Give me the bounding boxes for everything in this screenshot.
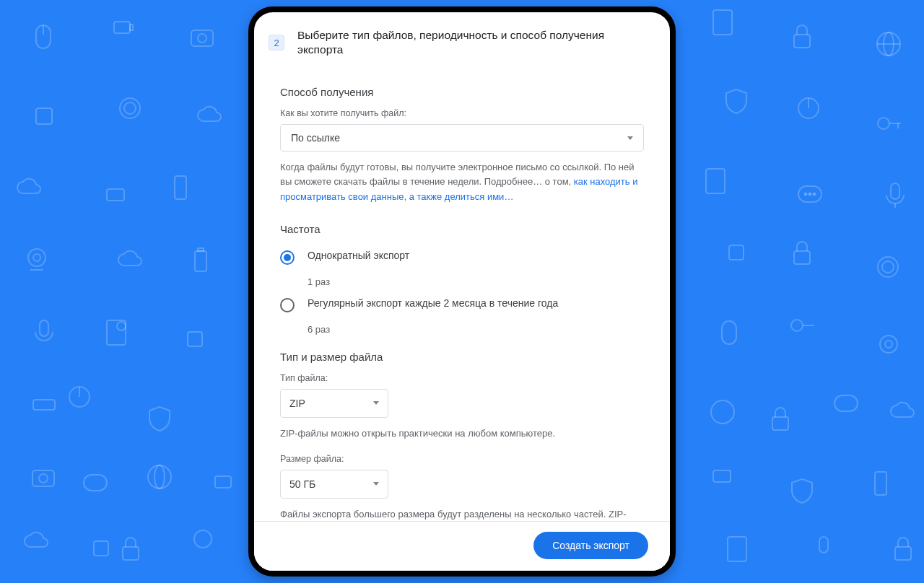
svg-point-16 [878, 118, 889, 129]
cloud-icon [22, 527, 52, 557]
svg-rect-26 [891, 183, 899, 199]
svg-rect-32 [729, 245, 744, 260]
svg-rect-33 [794, 251, 810, 264]
svg-rect-40 [722, 321, 736, 344]
svg-point-12 [124, 102, 136, 114]
svg-point-54 [148, 465, 171, 488]
device-frame: 2 Выберите тип файлов, периодичность и с… [248, 6, 676, 577]
mic-icon [808, 534, 839, 564]
svg-rect-6 [713, 10, 732, 35]
svg-point-43 [880, 336, 897, 353]
gear-icon [873, 253, 902, 281]
svg-rect-3 [130, 25, 133, 30]
filesize-select[interactable]: 50 ГБ [280, 470, 388, 499]
svg-point-38 [117, 322, 126, 330]
create-export-button[interactable]: Создать экспорт [533, 532, 648, 559]
filetype-label: Тип файла: [280, 373, 644, 383]
svg-point-34 [882, 261, 894, 273]
radio-label: Регулярный экспорт каждые 2 месяца в теч… [308, 297, 558, 309]
frequency-option-regular[interactable]: Регулярный экспорт каждые 2 месяца в теч… [280, 293, 644, 318]
battery-icon [108, 14, 137, 43]
step-header: 2 Выберите тип файлов, периодичность и с… [254, 12, 670, 71]
camera-icon [188, 22, 217, 51]
globe-icon [144, 462, 175, 492]
tablet-icon [707, 7, 738, 38]
chip-icon [87, 534, 116, 563]
battery-vert-icon [188, 245, 214, 274]
frequency-option-once[interactable]: Однократный экспорт [280, 245, 644, 271]
content-area: Способ получения Как вы хотите получить … [254, 71, 670, 521]
cloud-icon [116, 245, 144, 274]
svg-rect-62 [728, 537, 746, 561]
power-icon [794, 94, 823, 123]
svg-rect-7 [794, 35, 810, 48]
chevron-down-icon [627, 136, 633, 140]
frequency-sub-once: 1 раз [308, 276, 644, 287]
svg-rect-36 [40, 320, 48, 336]
adapter-icon [101, 180, 130, 209]
svg-rect-39 [188, 332, 202, 346]
cloud-icon [14, 173, 45, 203]
cloud-icon [888, 397, 917, 426]
webcam-icon [873, 332, 904, 362]
step-title: Выберите тип файлов, периодичность и спо… [297, 28, 650, 57]
mic-icon [29, 317, 59, 348]
lock-icon [888, 534, 918, 564]
svg-rect-0 [36, 25, 51, 48]
globe-icon [873, 29, 904, 59]
svg-rect-64 [895, 547, 911, 560]
svg-rect-30 [195, 251, 206, 271]
svg-point-46 [69, 387, 90, 407]
svg-point-41 [791, 320, 803, 331]
svg-point-14 [798, 98, 819, 118]
mic-icon [881, 180, 910, 209]
filetype-select[interactable]: ZIP [280, 389, 388, 418]
svg-rect-58 [875, 472, 886, 495]
delivery-section-title: Способ получения [280, 86, 644, 98]
svg-rect-57 [713, 470, 731, 482]
filetype-help: ZIP-файлы можно открыть практически на л… [280, 426, 644, 441]
svg-rect-4 [191, 30, 213, 46]
svg-rect-63 [819, 537, 828, 553]
step-number-badge: 2 [269, 35, 284, 51]
chip-icon [722, 238, 751, 267]
svg-point-52 [39, 474, 48, 483]
radio-icon [280, 298, 295, 312]
key-icon [873, 108, 904, 139]
svg-point-9 [884, 32, 894, 56]
camera-icon [29, 462, 58, 491]
svg-rect-53 [84, 475, 107, 491]
footer-bar: Создать экспорт [254, 521, 670, 571]
frequency-radio-group: Однократный экспорт 1 раз Регулярный экс… [280, 245, 644, 335]
tablet-icon [700, 166, 731, 196]
webcam-icon [188, 527, 218, 557]
shield-icon [144, 404, 175, 434]
chat-icon [794, 180, 826, 212]
svg-point-13 [120, 98, 140, 118]
svg-point-29 [33, 254, 40, 261]
svg-rect-19 [107, 189, 124, 201]
lock-icon [116, 534, 146, 564]
delivery-method-select[interactable]: По ссылке [280, 124, 644, 152]
lock-icon [787, 22, 817, 52]
shield-icon [787, 476, 817, 507]
delivery-field-label: Как вы хотите получить файл: [280, 108, 644, 118]
mouse-icon [715, 317, 745, 348]
remote-icon [866, 469, 895, 498]
battery-icon [209, 469, 237, 498]
svg-point-8 [877, 32, 900, 56]
chat-icon [830, 390, 862, 421]
gear-icon [116, 94, 144, 123]
svg-point-24 [809, 193, 811, 196]
radio-icon [280, 250, 295, 265]
tablet-icon [722, 534, 752, 564]
svg-rect-45 [33, 400, 55, 410]
filesize-value: 50 ГБ [289, 478, 315, 490]
frequency-sub-regular: 6 раз [308, 324, 644, 335]
power-icon [65, 382, 94, 411]
chip-icon [180, 325, 209, 354]
globe-arrow-icon [707, 397, 738, 427]
tablet-gear-icon [101, 317, 131, 348]
shield-icon [722, 87, 751, 115]
svg-rect-20 [175, 176, 186, 199]
